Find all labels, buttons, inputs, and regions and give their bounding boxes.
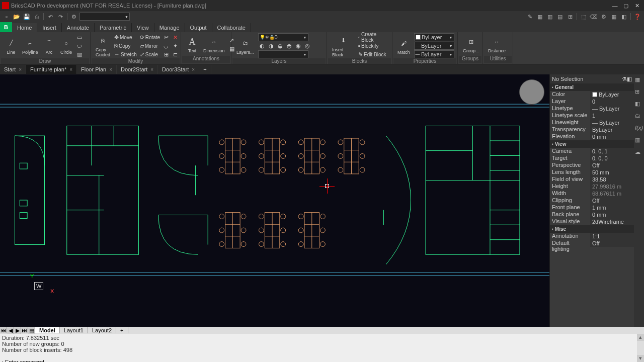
fx-icon[interactable]: f(x) (635, 125, 643, 133)
tab-manage[interactable]: Manage (154, 23, 185, 32)
line-tool[interactable]: ╱Line (3, 36, 19, 56)
panel-icon[interactable]: ⊞ (635, 88, 643, 97)
prop-transp[interactable]: ByLayer (590, 126, 634, 133)
tool-icon[interactable]: ▥ (545, 12, 554, 21)
viewcube[interactable] (519, 79, 544, 105)
layout-1[interactable]: Layout1 (60, 327, 88, 333)
distance-tool[interactable]: ↔Distance (486, 35, 508, 54)
stretch-tool[interactable]: ↔Stretch (113, 50, 138, 58)
tab-annotate[interactable]: Annotate (62, 23, 95, 32)
prop-cat-general[interactable]: General (550, 83, 634, 91)
prop-target[interactable]: 0, 0, 0 (590, 155, 634, 162)
toggle-icon[interactable]: ◧ (627, 76, 632, 82)
prop-linetype[interactable]: — ByLayer (590, 105, 634, 112)
layout-prev-icon[interactable]: ◀ (7, 327, 14, 334)
panel-icon[interactable]: ▦ (635, 76, 643, 84)
layout-add[interactable]: + (116, 327, 128, 333)
text-tool[interactable]: AText (184, 35, 200, 54)
maximize-button[interactable]: ▢ (621, 2, 631, 10)
undo-icon[interactable]: ↶ (46, 12, 55, 21)
prop-height[interactable]: 27.99816 m (590, 183, 634, 190)
tab-home[interactable]: Home (12, 23, 37, 32)
open-icon[interactable]: 📂 (12, 12, 21, 21)
close-icon[interactable]: × (69, 67, 72, 72)
layout-next-icon[interactable]: ▶ (14, 327, 21, 334)
prop-annoscale[interactable]: 1:1 (590, 233, 634, 240)
prop-ltscale[interactable]: 1 (590, 112, 634, 119)
tool-icon[interactable]: ▦ (609, 12, 618, 21)
edit-block-tool[interactable]: ✎Edit Block (357, 50, 389, 58)
save-icon[interactable]: 💾 (22, 12, 31, 21)
tool-icon[interactable]: ⊞ (566, 12, 575, 21)
help-icon[interactable]: ❓ (633, 12, 642, 21)
tool-icon[interactable]: ⬚ (579, 12, 588, 21)
dimension-tool[interactable]: ↔Dimension (201, 35, 227, 54)
rotate-tool[interactable]: ⟳Rotate (139, 33, 161, 41)
filter-icon[interactable]: ⚗ (622, 76, 627, 82)
workspace-icon[interactable]: ⚙ (69, 12, 78, 21)
prop-lighting[interactable]: Off (590, 240, 634, 247)
layer-btn-icon[interactable]: ◐ (258, 42, 266, 50)
offset-icon[interactable]: ⊏ (171, 50, 179, 58)
circle-tool[interactable]: ○Circle (58, 36, 74, 56)
close-button[interactable]: ✕ (632, 2, 642, 10)
doctab-door2[interactable]: Door2Start× (117, 65, 158, 74)
panel-icon[interactable]: ▥ (635, 137, 643, 145)
doctab-floorplan[interactable]: Floor Plan× (77, 65, 117, 74)
prop-elev[interactable]: 0 mm (590, 133, 634, 140)
scale-tool[interactable]: ⤢Scale (139, 50, 161, 58)
copy-tool[interactable]: ⎘Copy (113, 42, 138, 50)
prop-lweight[interactable]: — ByLayer (590, 119, 634, 126)
tool-icon[interactable]: ⌫ (589, 12, 598, 21)
layer-btn-icon[interactable]: ◑ (267, 42, 275, 50)
group-tool[interactable]: ⊞Group... (461, 35, 481, 54)
trim-icon[interactable]: ✂ (162, 33, 170, 41)
scrollbar[interactable]: ▴▾ (637, 334, 644, 362)
prop-cat-view[interactable]: View (550, 140, 634, 148)
redo-icon[interactable]: ↷ (56, 12, 65, 21)
tool-icon[interactable]: ▦ (535, 12, 544, 21)
explode-icon[interactable]: ✦ (171, 42, 179, 50)
mirror-tool[interactable]: ▱Mirror (139, 42, 161, 50)
panel-icon[interactable]: ◧ (635, 101, 643, 109)
minimize-button[interactable]: ― (610, 2, 620, 10)
linetype-combo[interactable]: — ByLayer▼ (414, 42, 454, 50)
command-window[interactable]: Duration: 7.832511 sec Number of new gro… (0, 334, 644, 362)
print-icon[interactable]: ⎙ (32, 12, 41, 21)
app-logo-icon[interactable]: B (0, 22, 12, 32)
tab-parametric[interactable]: Parametric (95, 23, 132, 32)
fillet-icon[interactable]: ◡ (162, 42, 170, 50)
layer-btn-icon[interactable]: ◓ (285, 42, 293, 50)
layer-btn-icon[interactable]: ◎ (303, 42, 311, 50)
layer-combo[interactable]: 💡❄🔒 0▼ (258, 33, 308, 41)
tab-collaborate[interactable]: Collaborate (212, 23, 251, 32)
doctab-furniture[interactable]: Furniture plan*× (26, 65, 77, 74)
ellipse-icon[interactable]: ⬭ (75, 42, 84, 50)
hatch-icon[interactable]: ▨ (75, 50, 84, 58)
tool-icon[interactable]: ✎ (525, 12, 534, 21)
arc-tool[interactable]: ⌒Arc (41, 36, 57, 56)
array-icon[interactable]: ⊞ (162, 50, 170, 58)
lineweight-combo[interactable]: — ByLayer▼ (414, 50, 454, 58)
prop-lens[interactable]: 50 mm (590, 169, 634, 176)
rect-icon[interactable]: ▭ (75, 33, 84, 41)
layerstate-combo[interactable]: ▼ (258, 50, 308, 58)
close-icon[interactable]: × (192, 67, 195, 72)
prop-cat-misc[interactable]: Misc (550, 225, 634, 233)
cloud-icon[interactable]: ☁ (635, 149, 643, 157)
prop-clip[interactable]: Off (590, 197, 634, 204)
layout-model[interactable]: Model (35, 327, 60, 333)
layout-last-icon[interactable]: ⏭ (21, 327, 28, 333)
new-icon[interactable]: ▫ (2, 12, 11, 21)
doctab-add[interactable]: + (199, 65, 211, 74)
panel-icon[interactable]: 🗂 (635, 113, 643, 121)
layers-tool[interactable]: 🗂Layers... (234, 36, 256, 56)
color-combo[interactable]: ByLayer▼ (414, 33, 454, 41)
layer-btn-icon[interactable]: ◉ (294, 42, 302, 50)
tab-insert[interactable]: Insert (37, 23, 62, 32)
doctab-start[interactable]: Start× (0, 65, 26, 74)
copyguided-tool[interactable]: ⎘Copy Guided (94, 34, 112, 58)
blockify-tool[interactable]: ▪Blockify (357, 42, 389, 50)
create-block-tool[interactable]: ▫Create Block (357, 33, 389, 41)
prop-layer[interactable]: 0 (590, 98, 634, 105)
